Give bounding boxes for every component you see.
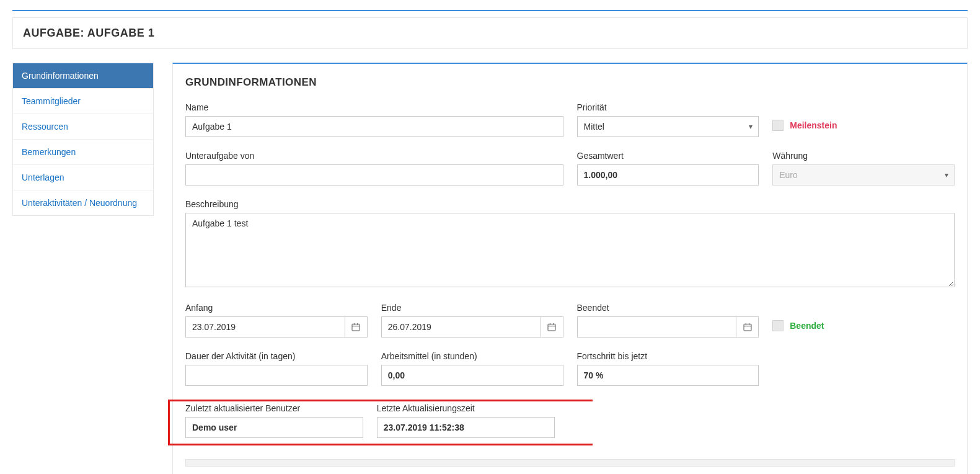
field-description: Beschreibung (185, 199, 955, 289)
label-start: Anfang (185, 303, 368, 313)
label-total-value: Gesamtwert (577, 151, 759, 161)
milestone-label: Meilenstein (790, 120, 837, 130)
svg-rect-8 (744, 324, 751, 331)
checkbox-finished[interactable] (772, 320, 784, 331)
field-end: Ende (381, 303, 563, 338)
svg-rect-0 (352, 324, 360, 331)
sidebar-item-unteraktivitaeten[interactable]: Unteraktivitäten / Neuordnung (13, 190, 153, 215)
sidebar-item-teammitglieder[interactable]: Teammitglieder (13, 89, 153, 114)
calendar-button-start[interactable] (345, 316, 368, 338)
input-duration[interactable] (185, 365, 368, 386)
label-finished-date: Beendet (577, 303, 759, 313)
input-progress[interactable] (577, 365, 759, 386)
highlight-last-update: Zuletzt aktualisierter Benutzer Letzte A… (168, 400, 955, 445)
label-subtask-of: Unteraufgabe von (185, 151, 563, 161)
calendar-button-finished[interactable] (736, 316, 759, 338)
field-finished-checkbox: Beendet (772, 303, 955, 338)
label-end: Ende (381, 303, 563, 313)
bottom-bar (185, 459, 955, 467)
select-priority[interactable]: Mittel (577, 116, 759, 137)
field-empty-spacer (772, 351, 955, 386)
calendar-button-end[interactable] (541, 316, 563, 338)
input-name[interactable] (185, 116, 563, 137)
input-finished-date[interactable] (577, 316, 737, 338)
sidebar-item-grundinformationen[interactable]: Grundinformationen (13, 63, 153, 89)
input-total-value[interactable] (577, 164, 759, 186)
calendar-icon (547, 322, 557, 332)
highlight-spacer-1 (568, 403, 746, 438)
field-last-time: Letzte Aktualisierungszeit (377, 403, 555, 438)
label-priority: Priorität (577, 102, 759, 112)
label-name: Name (185, 102, 563, 112)
field-currency: Währung Euro (772, 151, 955, 186)
checkbox-milestone[interactable] (772, 120, 784, 131)
field-name: Name (185, 102, 563, 137)
label-finished-spacer (772, 303, 955, 313)
main-panel: GRUNDINFORMATIONEN Name Priorität Mittel (172, 63, 968, 474)
field-work-hours: Arbeitsmittel (in stunden) (381, 351, 563, 386)
input-last-time (377, 417, 555, 438)
sidebar-item-bemerkungen[interactable]: Bemerkungen (13, 140, 153, 165)
label-last-user: Zuletzt aktualisierter Benutzer (185, 403, 363, 413)
label-last-time: Letzte Aktualisierungszeit (377, 403, 555, 413)
field-start: Anfang (185, 303, 368, 338)
label-description: Beschreibung (185, 199, 955, 209)
form-grid: Name Priorität Mittel Meilenstein (185, 102, 955, 467)
field-total-value: Gesamtwert (577, 151, 759, 186)
top-accent-rule (12, 10, 968, 11)
field-milestone: Meilenstein (772, 102, 955, 137)
svg-rect-4 (548, 324, 555, 331)
sidebar-item-unterlagen[interactable]: Unterlagen (13, 165, 153, 190)
input-start[interactable] (185, 316, 345, 338)
label-duration: Dauer der Aktivität (in tagen) (185, 351, 368, 361)
field-subtask-of: Unteraufgabe von (185, 151, 563, 186)
textarea-description[interactable] (185, 213, 955, 287)
section-title: GRUNDINFORMATIONEN (185, 76, 955, 89)
label-progress: Fortschritt bis jetzt (577, 351, 759, 361)
input-last-user (185, 417, 363, 438)
input-end[interactable] (381, 316, 541, 338)
calendar-icon (351, 322, 361, 332)
field-progress: Fortschritt bis jetzt (577, 351, 759, 386)
page-title: AUFGABE: AUFGABE 1 (23, 27, 957, 40)
sidebar: Grundinformationen Teammitglieder Ressou… (12, 63, 154, 216)
highlight-spacer-2 (759, 403, 937, 438)
label-work-hours: Arbeitsmittel (in stunden) (381, 351, 563, 361)
select-currency: Euro (772, 164, 955, 186)
title-bar: AUFGABE: AUFGABE 1 (12, 17, 968, 49)
calendar-icon (743, 322, 753, 332)
sidebar-item-ressourcen[interactable]: Ressourcen (13, 114, 153, 140)
label-milestone-spacer (772, 102, 955, 112)
field-priority: Priorität Mittel (577, 102, 759, 137)
finished-label: Beendet (790, 321, 824, 331)
input-work-hours[interactable] (381, 365, 563, 386)
input-subtask-of[interactable] (185, 164, 563, 186)
label-currency: Währung (772, 151, 955, 161)
field-duration: Dauer der Aktivität (in tagen) (185, 351, 368, 386)
field-finished-date: Beendet (577, 303, 759, 338)
field-last-user: Zuletzt aktualisierter Benutzer (185, 403, 363, 438)
